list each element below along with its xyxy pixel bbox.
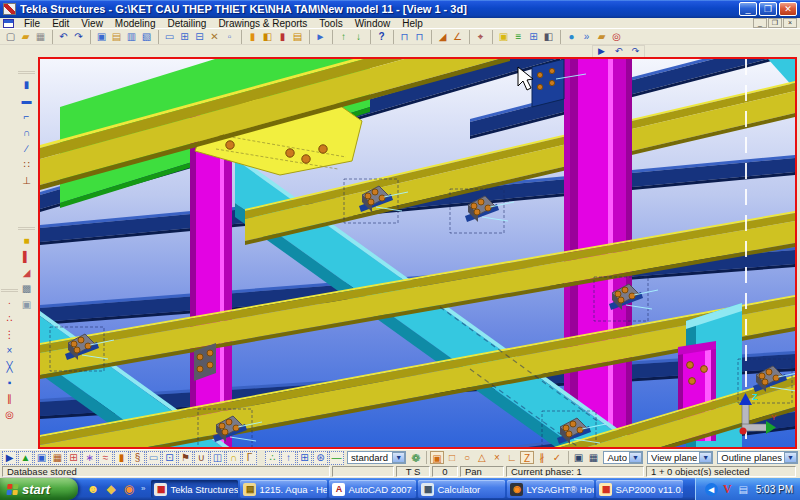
select-bolts-filter[interactable]: ▮ <box>114 451 129 465</box>
select-roofs-filter[interactable]: ∩ <box>226 451 241 465</box>
task-sap2000[interactable]: ▦ SAP2000 v11.0.4 Ad... <box>596 480 683 498</box>
snap-grid-icon[interactable]: ▦ <box>586 451 600 464</box>
numbering-icon[interactable]: ≡ <box>511 30 526 44</box>
bolt[interactable] <box>615 291 621 297</box>
create-stud-icon[interactable]: ⊥ <box>18 173 35 189</box>
snap-center-icon[interactable]: ○ <box>460 451 474 464</box>
bolt[interactable] <box>773 375 779 381</box>
slope-view-icon[interactable]: ◢ <box>18 265 35 281</box>
child-minimize-button[interactable]: _ <box>753 18 767 28</box>
select-all-filter[interactable]: ▶ <box>2 451 17 465</box>
bolt[interactable] <box>71 341 77 347</box>
view-1-3d-viewport[interactable]: ZY <box>38 57 797 449</box>
selection-filter-combo[interactable]: standard ▼ <box>347 451 406 464</box>
snap-perpendicular-icon[interactable]: ∟ <box>505 451 519 464</box>
bolt[interactable] <box>372 189 378 195</box>
snap-points-toggle[interactable]: ∴ <box>265 451 280 465</box>
close-button[interactable]: ✕ <box>779 2 797 16</box>
bolt[interactable] <box>286 149 294 157</box>
bolt[interactable] <box>222 429 228 435</box>
bolt[interactable] <box>549 80 554 85</box>
context-help-icon[interactable]: ? <box>370 30 389 44</box>
task-lysaght[interactable]: ◉ LYSAGHT® House Fr... <box>507 480 594 498</box>
create-polybeam-icon[interactable]: ⌐ <box>18 109 35 125</box>
column-left[interactable] <box>190 115 196 447</box>
menu-modeling[interactable]: Modeling <box>109 18 162 29</box>
material-catalog-icon[interactable]: ▤ <box>290 30 305 44</box>
modify-grid-icon[interactable]: ⊓ <box>412 30 427 44</box>
bolt[interactable] <box>570 421 576 427</box>
select-views-filter[interactable]: ◫ <box>210 451 225 465</box>
snap-line-icon[interactable]: Z <box>520 451 534 464</box>
restore-button[interactable]: ❐ <box>759 2 777 16</box>
create-bolts-icon[interactable]: ∷ <box>18 157 35 173</box>
create-dimension-icon[interactable]: ◢ <box>431 30 450 44</box>
select-components-filter[interactable]: ▣ <box>34 451 49 465</box>
combo-dropdown-icon[interactable]: ▼ <box>392 452 405 463</box>
bolt[interactable] <box>319 145 327 153</box>
menu-view[interactable]: View <box>75 18 109 29</box>
bolt[interactable] <box>563 425 569 431</box>
bolt-cut-icon[interactable]: ✕ <box>207 30 222 44</box>
select-welds-filter[interactable]: ≈ <box>98 451 113 465</box>
array-toggle[interactable]: ⊞ <box>297 451 312 465</box>
bolt-catalog-icon[interactable]: ▮ <box>275 30 290 44</box>
bolt[interactable] <box>474 209 480 215</box>
point-parallel-icon[interactable]: ∥ <box>1 391 18 407</box>
firefox-icon[interactable]: ◉ <box>122 482 136 496</box>
point-set-icon[interactable]: ∴ <box>1 311 18 327</box>
create-beam-icon[interactable]: ▬ <box>18 93 35 109</box>
office-icon[interactable]: ◆ <box>104 482 118 496</box>
select-points-filter[interactable]: ⊡ <box>162 451 177 465</box>
create-point-icon[interactable]: ⌖ <box>469 30 488 44</box>
bolt[interactable] <box>78 337 84 343</box>
circle-array-toggle[interactable]: ⊛ <box>313 451 328 465</box>
bolt[interactable] <box>197 354 203 360</box>
view-undo-icon[interactable]: ↶ <box>610 46 627 57</box>
auto-parts-icon[interactable]: ▣ <box>492 30 511 44</box>
point-box-icon[interactable]: ▪ <box>1 375 18 391</box>
task-aqua-doc[interactable]: ▤ 1215. Aqua - Heat o... <box>240 480 327 498</box>
bolt[interactable] <box>85 343 91 349</box>
column-left[interactable] <box>196 115 220 447</box>
bolt[interactable] <box>689 378 696 385</box>
template-editor-icon[interactable]: ⊟ <box>192 30 207 44</box>
point-circle-icon[interactable]: ◎ <box>1 407 18 423</box>
edit-object-icon[interactable]: ▥ <box>124 30 139 44</box>
redo-icon[interactable]: ↷ <box>71 30 86 44</box>
start-button[interactable]: start <box>0 478 78 500</box>
bolt[interactable] <box>368 199 374 205</box>
minimize-button[interactable]: _ <box>739 2 757 16</box>
menu-window[interactable]: Window <box>349 18 397 29</box>
select-assemblies-filter[interactable]: ▦ <box>50 451 65 465</box>
task-calculator[interactable]: ▦ Calculator <box>418 480 505 498</box>
measure-angle-icon[interactable]: ∠ <box>450 30 465 44</box>
create-curved-beam-icon[interactable]: ∩ <box>18 125 35 141</box>
snap-free-icon[interactable]: ✓ <box>550 451 564 464</box>
bolt[interactable] <box>471 203 477 209</box>
view-properties-icon[interactable]: ■ <box>18 233 35 249</box>
bolt[interactable] <box>549 68 554 73</box>
snap-depth-combo[interactable]: Auto ▼ <box>603 451 643 464</box>
combo-dropdown-icon[interactable]: ▼ <box>699 452 712 463</box>
snap-intersection-icon[interactable]: × <box>490 451 504 464</box>
bolt[interactable] <box>485 205 491 211</box>
bolt[interactable] <box>365 193 371 199</box>
select-cuts-filter[interactable]: ∪ <box>194 451 209 465</box>
point-x-icon[interactable]: ╳ <box>1 359 18 375</box>
snap-ortho-icon[interactable]: ▣ <box>571 451 585 464</box>
bolt[interactable] <box>226 141 234 149</box>
child-close-button[interactable]: × <box>783 18 797 28</box>
filter-wheel-icon[interactable]: ❁ <box>411 451 420 465</box>
bolt[interactable] <box>379 195 385 201</box>
task-tekla[interactable]: ▦ Tekla Structures - G:... <box>151 480 238 498</box>
column-left[interactable] <box>224 115 232 447</box>
phase-down-icon[interactable]: ↓ <box>351 30 366 44</box>
model-3d-view[interactable]: ZY <box>40 59 795 447</box>
report-list-icon[interactable]: ⊞ <box>177 30 192 44</box>
copy-properties-icon[interactable]: ▣ <box>90 30 109 44</box>
pointer-tool-icon[interactable]: ► <box>309 30 328 44</box>
bolt[interactable] <box>566 431 572 437</box>
bolt[interactable] <box>302 155 310 163</box>
menu-help[interactable]: Help <box>396 18 429 29</box>
